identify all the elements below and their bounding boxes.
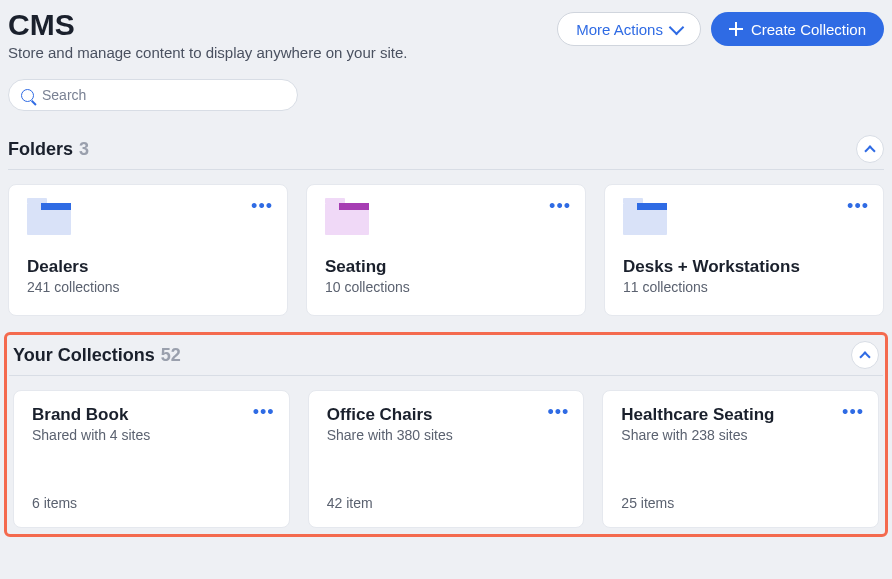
folders-collapse-button[interactable] xyxy=(856,135,884,163)
collection-items: 25 items xyxy=(621,471,860,511)
folder-meta: 10 collections xyxy=(325,279,567,295)
page-header: CMS Store and manage content to display … xyxy=(8,8,884,61)
collection-card[interactable]: ••• Brand Book Shared with 4 sites 6 ite… xyxy=(13,390,290,528)
more-actions-button[interactable]: More Actions xyxy=(557,12,701,46)
search-icon xyxy=(21,89,34,102)
collection-items: 42 item xyxy=(327,471,566,511)
folder-card[interactable]: ••• Desks + Workstations 11 collections xyxy=(604,184,884,316)
kebab-icon[interactable]: ••• xyxy=(847,197,869,215)
folder-name: Desks + Workstations xyxy=(623,257,865,277)
collection-card[interactable]: ••• Office Chairs Share with 380 sites 4… xyxy=(308,390,585,528)
page-subtitle: Store and manage content to display anyw… xyxy=(8,44,407,61)
create-collection-button[interactable]: Create Collection xyxy=(711,12,884,46)
collection-name: Office Chairs xyxy=(327,405,566,425)
more-actions-label: More Actions xyxy=(576,21,663,38)
collection-meta: Share with 238 sites xyxy=(621,427,860,443)
folder-card[interactable]: ••• Seating 10 collections xyxy=(306,184,586,316)
folder-icon xyxy=(27,203,71,235)
folders-heading: Folders xyxy=(8,139,73,160)
folder-icon xyxy=(325,203,369,235)
collection-meta: Share with 380 sites xyxy=(327,427,566,443)
folder-icon xyxy=(623,203,667,235)
chevron-down-icon xyxy=(669,19,685,35)
collection-name: Healthcare Seating xyxy=(621,405,860,425)
folder-card[interactable]: ••• Dealers 241 collections xyxy=(8,184,288,316)
collections-count: 52 xyxy=(161,345,181,366)
collection-card[interactable]: ••• Healthcare Seating Share with 238 si… xyxy=(602,390,879,528)
collections-collapse-button[interactable] xyxy=(851,341,879,369)
kebab-icon[interactable]: ••• xyxy=(253,403,275,421)
plus-icon xyxy=(729,22,743,36)
collections-section-header: Your Collections 52 xyxy=(9,341,883,376)
page-title: CMS xyxy=(8,8,407,42)
kebab-icon[interactable]: ••• xyxy=(251,197,273,215)
kebab-icon[interactable]: ••• xyxy=(547,403,569,421)
search-box[interactable] xyxy=(8,79,298,111)
folder-meta: 241 collections xyxy=(27,279,269,295)
kebab-icon[interactable]: ••• xyxy=(842,403,864,421)
folder-name: Dealers xyxy=(27,257,269,277)
folders-section-header: Folders 3 xyxy=(8,135,884,170)
collections-row: ••• Brand Book Shared with 4 sites 6 ite… xyxy=(9,390,883,528)
collection-items: 6 items xyxy=(32,471,271,511)
folders-row: ••• Dealers 241 collections ••• Seating … xyxy=(8,184,884,316)
folders-count: 3 xyxy=(79,139,89,160)
collections-heading: Your Collections xyxy=(13,345,155,366)
folder-meta: 11 collections xyxy=(623,279,865,295)
collection-name: Brand Book xyxy=(32,405,271,425)
chevron-up-icon xyxy=(864,145,875,156)
collection-meta: Shared with 4 sites xyxy=(32,427,271,443)
collections-highlight: Your Collections 52 ••• Brand Book Share… xyxy=(4,332,888,537)
kebab-icon[interactable]: ••• xyxy=(549,197,571,215)
create-collection-label: Create Collection xyxy=(751,21,866,38)
search-input[interactable] xyxy=(42,87,285,103)
folder-name: Seating xyxy=(325,257,567,277)
chevron-up-icon xyxy=(859,351,870,362)
